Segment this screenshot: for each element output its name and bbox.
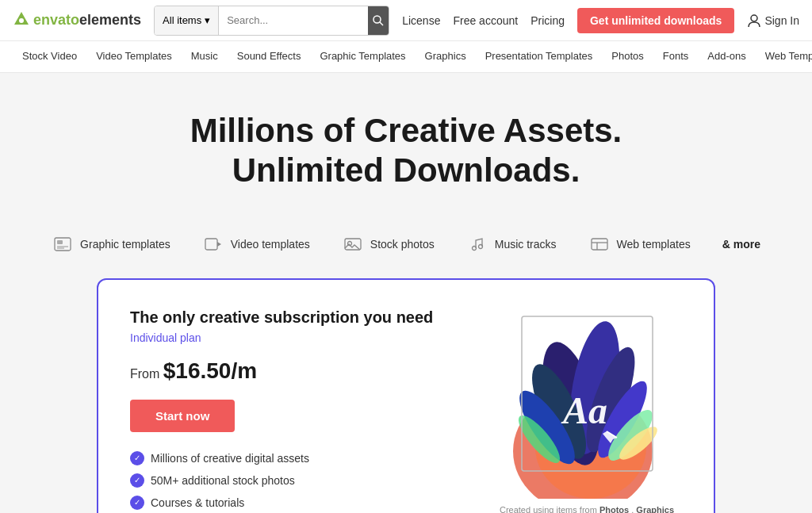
feature-stock-label: Stock photos — [370, 238, 435, 251]
sign-in-button[interactable]: Sign In — [747, 13, 799, 28]
chevron-down-icon: ▾ — [205, 14, 210, 26]
hero-heading: Millions of Creative Assets. Unlimited D… — [16, 111, 796, 191]
cat-nav-fonts[interactable]: Fonts — [653, 41, 699, 73]
features-list: ✓ Millions of creative digital assets ✓ … — [130, 451, 460, 513]
search-input[interactable] — [219, 6, 368, 35]
web-template-icon — [588, 235, 611, 253]
svg-point-4 — [751, 15, 757, 21]
graphic-template-icon — [52, 235, 74, 253]
cat-nav-web-templates[interactable]: Web Templates — [756, 41, 812, 73]
caption-text: Created using items from — [500, 505, 599, 513]
illustration-svg: Aa — [500, 308, 674, 499]
svg-point-1 — [19, 18, 24, 23]
logo[interactable]: envatoelements — [13, 10, 141, 31]
pricing-link[interactable]: Pricing — [530, 14, 565, 27]
cat-nav-stock-video[interactable]: Stock Video — [13, 41, 86, 73]
svg-marker-10 — [217, 242, 221, 247]
cat-nav-graphic-templates[interactable]: Graphic Templates — [310, 41, 415, 73]
cat-nav-sound-effects[interactable]: Sound Effects — [228, 41, 311, 73]
main-content: The only creative subscription you need … — [0, 278, 812, 513]
cta-button[interactable]: Get unlimited downloads — [577, 8, 734, 33]
subscription-card: The only creative subscription you need … — [97, 278, 715, 513]
free-account-link[interactable]: Free account — [453, 14, 518, 27]
check-icon-1: ✓ — [130, 473, 144, 488]
feature-text-2: Courses & tutorials — [151, 496, 244, 509]
hero-section: Millions of Creative Assets. Unlimited D… — [0, 73, 812, 216]
logo-envato-text: envato — [33, 12, 79, 28]
start-now-button[interactable]: Start now — [130, 400, 235, 432]
feature-stock-photos[interactable]: Stock photos — [342, 235, 435, 253]
feature-item-1: ✓ 50M+ additional stock photos — [130, 473, 460, 488]
music-icon — [466, 235, 488, 253]
hero-line-2: Unlimited Downloads. — [232, 151, 580, 189]
top-nav: envatoelements All items ▾ License Free … — [0, 0, 812, 41]
caption-photos: Photos — [599, 505, 629, 513]
search-icon — [372, 14, 385, 27]
price-from: From — [130, 367, 159, 381]
cat-nav-presentation-templates[interactable]: Presentation Templates — [476, 41, 603, 73]
feature-music-label: Music tracks — [495, 238, 557, 251]
feature-video-label: Video templates — [231, 238, 310, 251]
search-filter-dropdown[interactable]: All items ▾ — [155, 6, 219, 35]
svg-text:Aa: Aa — [561, 389, 607, 431]
svg-rect-9 — [205, 239, 217, 250]
feature-bar: Graphic templates Video templates Stock … — [0, 216, 812, 278]
feature-video-templates[interactable]: Video templates — [202, 235, 310, 253]
video-template-icon — [202, 235, 224, 253]
cat-nav-music[interactable]: Music — [182, 41, 228, 73]
cat-nav-addons[interactable]: Add-ons — [698, 41, 755, 73]
card-title: The only creative subscription you need — [130, 308, 460, 327]
search-bar: All items ▾ — [154, 6, 389, 36]
sign-in-label: Sign In — [764, 14, 799, 27]
svg-point-2 — [373, 16, 381, 23]
license-link[interactable]: License — [402, 14, 440, 27]
price-value: $16.50/m — [163, 358, 257, 383]
logo-elements-text: elements — [79, 12, 141, 28]
logo-icon — [13, 10, 30, 31]
feature-text-0: Millions of creative digital assets — [151, 452, 309, 465]
card-left: The only creative subscription you need … — [130, 308, 460, 513]
feature-text-1: 50M+ additional stock photos — [151, 474, 295, 487]
search-button[interactable] — [368, 6, 389, 35]
stock-photo-icon — [342, 235, 364, 253]
feature-web-templates[interactable]: Web templates — [588, 235, 691, 253]
card-price: From $16.50/m — [130, 358, 460, 384]
svg-rect-6 — [57, 240, 63, 244]
card-right: Aa Created using items from Photos , Gra… — [492, 308, 682, 513]
feature-graphic-templates[interactable]: Graphic templates — [52, 235, 170, 253]
user-icon — [747, 13, 761, 28]
feature-graphic-label: Graphic templates — [80, 238, 170, 251]
cat-nav-graphics[interactable]: Graphics — [416, 41, 476, 73]
feature-web-label: Web templates — [617, 238, 691, 251]
card-caption: Created using items from Photos , Graphi… — [492, 505, 682, 513]
check-icon-0: ✓ — [130, 451, 144, 465]
feature-item-2: ✓ Courses & tutorials — [130, 496, 460, 510]
category-nav: Stock Video Video Templates Music Sound … — [0, 41, 812, 73]
feature-item-0: ✓ Millions of creative digital assets — [130, 451, 460, 465]
feature-more-label: & more — [722, 238, 760, 251]
feature-music-tracks[interactable]: Music tracks — [466, 235, 557, 253]
feature-more[interactable]: & more — [722, 238, 760, 251]
top-nav-links: License Free account Pricing Get unlimit… — [402, 8, 799, 33]
card-plan: Individual plan — [130, 331, 460, 344]
illustration: Aa — [500, 308, 674, 499]
caption-graphics: Graphics — [636, 505, 674, 513]
cat-nav-photos[interactable]: Photos — [602, 41, 653, 73]
svg-rect-15 — [592, 239, 607, 250]
hero-line-1: Millions of Creative Assets. — [190, 112, 622, 149]
check-icon-2: ✓ — [130, 496, 144, 510]
svg-line-3 — [380, 22, 383, 25]
search-filter-label: All items — [163, 14, 201, 26]
cat-nav-video-templates[interactable]: Video Templates — [86, 41, 182, 73]
